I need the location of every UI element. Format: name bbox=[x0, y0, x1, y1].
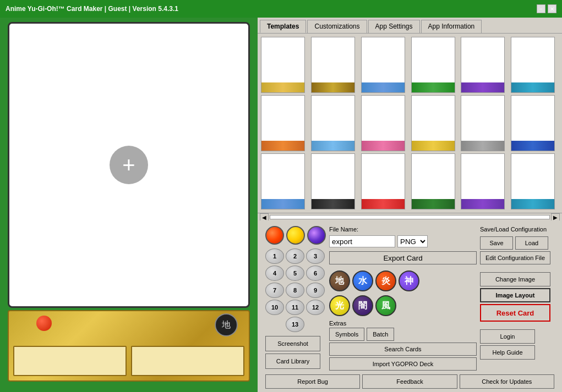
change-image-button[interactable]: Change Image bbox=[480, 272, 550, 286]
template-card[interactable] bbox=[461, 37, 505, 93]
card-text-area bbox=[13, 346, 244, 376]
scroll-track[interactable] bbox=[270, 215, 550, 219]
full-controls-row: 1 2 3 4 5 6 7 8 9 10 11 12 13 bbox=[262, 224, 558, 373]
template-card[interactable] bbox=[411, 95, 455, 151]
help-guide-button[interactable]: Help Guide bbox=[480, 345, 535, 360]
right-panel: Templates Customizations App Settings Ap… bbox=[258, 18, 562, 392]
top-orbs-row bbox=[265, 226, 326, 245]
template-card[interactable] bbox=[511, 153, 555, 209]
attr-icon-light[interactable]: 光 bbox=[329, 295, 350, 316]
template-scrollbar: ◀ ▶ bbox=[258, 213, 562, 220]
orb-cosmic[interactable] bbox=[307, 226, 326, 245]
tab-app-information[interactable]: App Information bbox=[421, 20, 482, 33]
tab-app-settings[interactable]: App Settings bbox=[368, 20, 420, 33]
num-btn-2[interactable]: 2 bbox=[286, 249, 304, 264]
left-panel: + 地 bbox=[0, 18, 258, 392]
orb-fire[interactable] bbox=[265, 226, 284, 245]
template-card[interactable] bbox=[411, 37, 455, 93]
template-card[interactable] bbox=[411, 153, 455, 209]
main-container: + 地 Templates Customizations App Setting… bbox=[0, 18, 562, 392]
title-bar: Anime Yu-Gi-Oh!™ Card Maker | Guest | Ve… bbox=[0, 0, 562, 18]
template-card[interactable] bbox=[261, 37, 305, 93]
login-button[interactable]: Login bbox=[480, 329, 535, 344]
attr-icon-fire[interactable]: 炎 bbox=[375, 270, 396, 291]
card-library-button[interactable]: Card Library bbox=[265, 354, 320, 369]
card-preview[interactable]: + bbox=[8, 22, 250, 308]
file-section: File Name: PNG JPG BMP Export Card 地 水 bbox=[329, 226, 477, 371]
file-name-row: PNG JPG BMP bbox=[329, 235, 477, 247]
num-btn-12[interactable]: 12 bbox=[306, 300, 325, 315]
num-btn-9[interactable]: 9 bbox=[306, 283, 325, 298]
attribute-icons-row: 地 水 炎 神 bbox=[329, 270, 477, 291]
num-btn-13[interactable]: 13 bbox=[286, 317, 304, 332]
template-card[interactable] bbox=[311, 153, 355, 209]
num-btn-11[interactable]: 11 bbox=[286, 300, 304, 315]
report-bug-button[interactable]: Report Bug bbox=[265, 374, 360, 389]
minimize-button[interactable]: − bbox=[537, 4, 545, 13]
num-btn-5[interactable]: 5 bbox=[286, 266, 304, 281]
edit-config-button[interactable]: Edit Configuration File bbox=[480, 251, 550, 264]
template-card[interactable] bbox=[361, 95, 405, 151]
attribute-icons-row2: 光 闇 風 bbox=[329, 295, 477, 316]
number-grid: 1 2 3 4 5 6 7 8 9 10 11 12 13 bbox=[265, 249, 326, 332]
template-card[interactable] bbox=[511, 37, 555, 93]
attr-icon-earth[interactable]: 地 bbox=[329, 270, 350, 291]
num-btn-7[interactable]: 7 bbox=[265, 283, 284, 298]
format-select[interactable]: PNG JPG BMP bbox=[397, 235, 428, 247]
save-button[interactable]: Save bbox=[480, 236, 513, 250]
file-name-input[interactable] bbox=[329, 235, 395, 247]
card-orb bbox=[36, 316, 52, 331]
orb-star[interactable] bbox=[286, 226, 305, 245]
add-image-button[interactable]: + bbox=[110, 146, 148, 184]
batch-button[interactable]: Batch bbox=[367, 328, 394, 341]
card-emblem: 地 bbox=[215, 313, 238, 336]
card-text-box-right bbox=[131, 346, 244, 376]
extras-label: Extras bbox=[329, 320, 477, 327]
config-label: Save/Load Configuration bbox=[480, 226, 554, 233]
template-card[interactable] bbox=[461, 95, 505, 151]
search-cards-button[interactable]: Search Cards bbox=[329, 343, 477, 356]
template-card[interactable] bbox=[311, 95, 355, 151]
template-card[interactable] bbox=[261, 95, 305, 151]
template-card[interactable] bbox=[511, 95, 555, 151]
controls-area: 1 2 3 4 5 6 7 8 9 10 11 12 13 bbox=[258, 220, 562, 392]
scroll-right-button[interactable]: ▶ bbox=[551, 213, 560, 220]
num-btn-8[interactable]: 8 bbox=[286, 283, 304, 298]
check-for-updates-button[interactable]: Check for Updates bbox=[460, 374, 554, 389]
num-btn-10[interactable]: 10 bbox=[265, 300, 284, 315]
attr-icon-wind[interactable]: 風 bbox=[375, 295, 396, 316]
attribute-section: 1 2 3 4 5 6 7 8 9 10 11 12 13 bbox=[265, 226, 326, 371]
tab-customizations[interactable]: Customizations bbox=[307, 20, 367, 33]
num-btn-4[interactable]: 4 bbox=[265, 266, 284, 281]
symbols-button[interactable]: Symbols bbox=[329, 328, 364, 341]
right-action-section: Save/Load Configuration Save Load Edit C… bbox=[480, 226, 554, 371]
file-name-label: File Name: bbox=[329, 226, 477, 233]
template-grid bbox=[258, 34, 562, 213]
window-controls: − ✕ bbox=[537, 4, 556, 13]
attr-icon-water[interactable]: 水 bbox=[352, 270, 373, 291]
reset-card-button[interactable]: Reset Card bbox=[480, 304, 550, 322]
export-card-button[interactable]: Export Card bbox=[329, 251, 477, 264]
import-ygopro-button[interactable]: Import YGOPRO Deck bbox=[329, 357, 477, 371]
close-button[interactable]: ✕ bbox=[548, 4, 556, 13]
image-layout-button[interactable]: Image Layout bbox=[480, 288, 550, 302]
template-card[interactable] bbox=[461, 153, 505, 209]
template-card[interactable] bbox=[361, 153, 405, 209]
template-card[interactable] bbox=[361, 37, 405, 93]
attr-icon-dark[interactable]: 闇 bbox=[352, 295, 373, 316]
save-load-row: Save Load bbox=[480, 236, 554, 250]
template-card[interactable] bbox=[311, 37, 355, 93]
card-text-box-left bbox=[13, 346, 127, 376]
feedback-button[interactable]: Feedback bbox=[362, 374, 457, 389]
screenshot-button[interactable]: Screenshot bbox=[265, 336, 320, 351]
templates-area: ◀ ▶ bbox=[258, 34, 562, 220]
num-btn-6[interactable]: 6 bbox=[306, 266, 325, 281]
load-button[interactable]: Load bbox=[515, 236, 548, 250]
template-card[interactable] bbox=[261, 153, 305, 209]
attr-icon-divine[interactable]: 神 bbox=[399, 270, 419, 291]
num-btn-1[interactable]: 1 bbox=[265, 249, 284, 264]
tab-templates[interactable]: Templates bbox=[260, 20, 306, 33]
num-btn-3[interactable]: 3 bbox=[306, 249, 325, 264]
app-title: Anime Yu-Gi-Oh!™ Card Maker | Guest | Ve… bbox=[6, 5, 178, 13]
scroll-left-button[interactable]: ◀ bbox=[260, 213, 269, 220]
